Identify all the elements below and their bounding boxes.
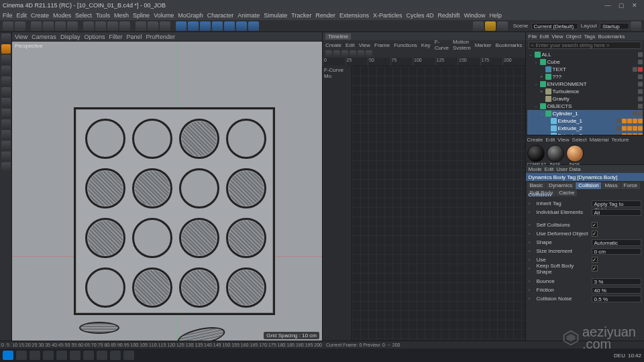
redo-icon[interactable] — [15, 21, 25, 31]
taskview-icon[interactable] — [30, 351, 40, 360]
timeline-menu-item[interactable]: Marker — [475, 42, 492, 48]
axis-y-icon[interactable] — [95, 21, 106, 31]
tree-row[interactable]: -Cube — [527, 58, 643, 66]
render-view-icon[interactable] — [136, 21, 146, 31]
menu-redshift[interactable]: Redshift — [438, 12, 460, 19]
app-icon[interactable] — [97, 351, 107, 360]
polys-mode-icon[interactable] — [1, 98, 11, 107]
attr-checkbox[interactable]: ✓ — [592, 222, 598, 228]
planar-workplane-icon[interactable] — [1, 162, 11, 172]
tray-time[interactable]: 10:42 — [628, 353, 641, 359]
system-tray[interactable]: DEU 10:42 — [614, 353, 641, 359]
tl-tool-icon[interactable] — [366, 50, 372, 57]
light-icon[interactable] — [248, 21, 259, 31]
generator-icon[interactable] — [200, 21, 211, 31]
warning-icon[interactable] — [485, 21, 496, 31]
menu-create[interactable]: Create — [31, 12, 49, 19]
menu-render[interactable]: Render — [315, 12, 335, 19]
attr-menu-item[interactable]: User Data — [556, 166, 580, 172]
viewport-menu-item[interactable]: Display — [60, 34, 80, 40]
viewport-menu-item[interactable]: Options — [84, 34, 105, 40]
viewport-menu-item[interactable]: Filter — [109, 34, 122, 40]
attr-checkbox[interactable]: ✓ — [592, 257, 598, 263]
close-icon[interactable]: ✕ — [628, 2, 641, 9]
attr-field[interactable]: 40 % — [592, 287, 641, 294]
menu-animate[interactable]: Animate — [237, 12, 260, 19]
attr-select[interactable]: Apply Tag to Children — [592, 200, 641, 207]
texture-mode-icon[interactable] — [1, 55, 11, 64]
attr-subtab[interactable]: Force — [621, 182, 640, 189]
browser-icon[interactable] — [56, 351, 67, 360]
points-mode-icon[interactable] — [1, 76, 11, 86]
menu-volume[interactable]: Volume — [154, 12, 174, 19]
tag-icon[interactable] — [638, 126, 643, 131]
menu-file[interactable]: File — [3, 12, 13, 19]
menu-help[interactable]: Help — [490, 12, 502, 19]
maximize-icon[interactable]: ▢ — [614, 2, 628, 9]
cube-icon[interactable] — [176, 21, 186, 31]
tag-icon[interactable] — [638, 119, 643, 123]
expand-icon[interactable]: - — [534, 58, 539, 66]
tag-icon[interactable] — [633, 67, 637, 72]
start-icon[interactable] — [3, 351, 13, 360]
fcurve-area[interactable] — [352, 66, 525, 341]
tl-tool-icon[interactable] — [358, 50, 364, 57]
tag-icon[interactable] — [638, 97, 643, 101]
expand-icon[interactable]: - — [534, 80, 539, 88]
viewport-menu-item[interactable]: ProRender — [146, 34, 175, 40]
live-select-icon[interactable] — [31, 21, 42, 31]
tree-row[interactable]: -Cylinder_1 — [527, 110, 643, 117]
workplane-icon[interactable] — [1, 66, 11, 75]
tag-icon[interactable] — [622, 126, 627, 131]
tree-row[interactable]: +??? — [527, 73, 643, 80]
menu-edit[interactable]: Edit — [17, 12, 28, 19]
tag-icon[interactable] — [627, 126, 632, 131]
menu-cycles 4d[interactable]: Cycles 4D — [407, 12, 434, 19]
tl-tool-icon[interactable] — [341, 50, 348, 57]
viewport-solo-icon[interactable] — [1, 119, 11, 129]
search-input[interactable] — [529, 42, 641, 49]
tl-tool-icon[interactable] — [325, 50, 332, 57]
mat-menu-item[interactable]: Create — [527, 137, 543, 143]
attr-menu-item[interactable]: Mode — [529, 166, 542, 172]
move-icon[interactable] — [43, 21, 54, 31]
viewport-menu-item[interactable]: View — [15, 34, 28, 40]
menu-modes[interactable]: Modes — [53, 12, 71, 19]
axis-mode-icon[interactable] — [1, 109, 11, 118]
tag-icon[interactable] — [638, 67, 643, 72]
expand-icon[interactable]: - — [539, 110, 544, 117]
c4d-icon[interactable] — [83, 351, 94, 360]
tl-tool-icon[interactable] — [350, 50, 356, 57]
locked-workplane-icon[interactable] — [1, 152, 11, 161]
tree-row[interactable]: Extrude_2 — [527, 125, 643, 132]
menu-character[interactable]: Character — [207, 12, 234, 19]
expand-icon[interactable]: - — [529, 51, 533, 58]
timeline-menu-item[interactable]: Frame — [374, 42, 390, 48]
cogwheel-icon[interactable] — [473, 21, 484, 31]
app-icon[interactable] — [110, 351, 121, 360]
mat-menu-item[interactable]: Texture — [611, 137, 629, 143]
tree-row[interactable]: -OBJECTS — [527, 103, 643, 110]
tag-icon[interactable] — [638, 104, 643, 109]
tag-icon[interactable] — [622, 119, 627, 123]
axis-z-icon[interactable] — [107, 21, 118, 31]
menu-select[interactable]: Select — [75, 12, 92, 19]
om-menu-item[interactable]: File — [529, 34, 537, 40]
menu-mesh[interactable]: Mesh — [114, 12, 129, 19]
attr-subtab[interactable]: Mass — [602, 182, 620, 189]
mat-menu-item[interactable]: View — [557, 137, 569, 143]
material-item[interactable]: BASE — [547, 145, 564, 166]
object-manager-tree[interactable]: -ALL-CubeTEXT+???-ENVIRONMENT+Turbulence… — [526, 50, 644, 135]
om-menu-item[interactable]: Bookmarks — [598, 34, 625, 40]
scale-icon[interactable] — [55, 21, 66, 31]
viewport-menu-item[interactable]: Panel — [126, 34, 142, 40]
menu-tools[interactable]: Tools — [96, 12, 110, 19]
main-timeline-ruler[interactable]: 0510152025303540455055606570758085909510… — [0, 341, 644, 349]
snap-icon[interactable] — [1, 130, 11, 139]
coord-sys-icon[interactable] — [119, 21, 130, 31]
undo-icon[interactable] — [3, 21, 13, 31]
deformer-icon[interactable] — [212, 21, 223, 31]
app-icon[interactable] — [123, 351, 134, 360]
environment-icon[interactable] — [224, 21, 235, 31]
tag-icon[interactable] — [616, 119, 621, 123]
